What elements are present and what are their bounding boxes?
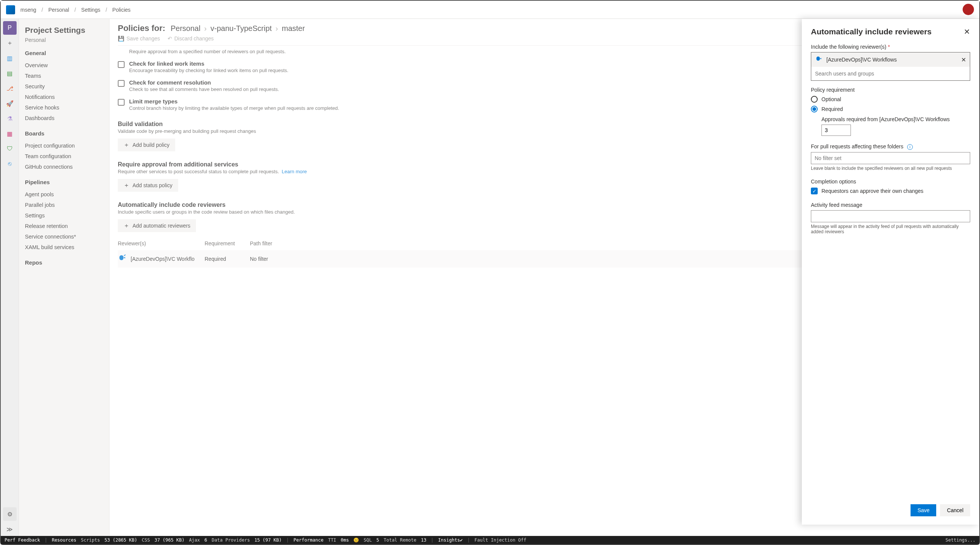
status-policy-sub: Require other services to post successfu… <box>118 169 279 174</box>
path-repo[interactable]: v-panu-TypeScript <box>211 24 272 33</box>
chevron-right-icon: › <box>275 24 278 33</box>
status-performance[interactable]: Performance <box>293 537 323 543</box>
chip-remove-icon[interactable]: ✕ <box>961 56 966 64</box>
save-changes-button[interactable]: 💾Save changes <box>118 35 160 41</box>
crumb-page[interactable]: Policies <box>113 7 130 13</box>
folders-filter-input[interactable] <box>811 152 970 164</box>
sidebar-item-settings[interactable]: Settings <box>25 210 103 221</box>
sidebar-item-service-hooks[interactable]: Service hooks <box>25 102 103 113</box>
folders-helper: Leave blank to include the specified rev… <box>811 166 970 171</box>
status-insights[interactable]: Insights✔ <box>438 537 463 543</box>
panel-cancel-button[interactable]: Cancel <box>940 504 970 516</box>
folders-label: For pull requests affecting these folder… <box>811 143 904 149</box>
sidebar-item-overview[interactable]: Overview <box>25 60 103 71</box>
status-sql: 5 <box>376 537 379 543</box>
perf-status-bar: Perf Feedback | Resources Scripts 53 (28… <box>1 536 979 544</box>
learn-more-link[interactable]: Learn more <box>282 169 307 174</box>
path-branch[interactable]: master <box>282 24 305 33</box>
undo-icon: ↶ <box>168 35 172 41</box>
status-settings[interactable]: Settings... <box>946 537 975 543</box>
rail-testplans-icon[interactable]: ⚗ <box>3 112 17 125</box>
status-tr: 13 <box>421 537 426 543</box>
status-resources[interactable]: Resources <box>52 537 76 543</box>
sidebar-item-team-config[interactable]: Team configuration <box>25 151 103 162</box>
reviewer-search-input[interactable] <box>811 67 970 80</box>
sidebar-item-security[interactable]: Security <box>25 81 103 92</box>
status-tti-label: TTI <box>328 537 336 543</box>
sidebar-item-teams[interactable]: Teams <box>25 71 103 81</box>
azure-devops-logo-icon[interactable] <box>6 5 15 14</box>
activity-feed-helper: Message will appear in the activity feed… <box>811 224 970 234</box>
sidebar-title: Project Settings <box>25 25 103 35</box>
radio-optional[interactable]: Optional <box>811 96 970 103</box>
sidebar-group-pipelines: Pipelines <box>25 179 103 185</box>
add-build-policy-button[interactable]: ＋Add build policy <box>118 138 175 151</box>
col-requirement: Requirement <box>205 240 250 246</box>
rail-add-icon[interactable]: ＋ <box>3 36 17 50</box>
discard-changes-button[interactable]: ↶Discard changes <box>168 35 214 41</box>
panel-save-button[interactable]: Save <box>910 504 936 516</box>
sidebar-item-github[interactable]: GitHub connections <box>25 162 103 172</box>
required-asterisk: * <box>888 44 890 50</box>
row-reviewer-name: [AzureDevOps]\VC Workflo <box>130 256 194 262</box>
rail-project-icon[interactable]: P <box>3 21 17 35</box>
activity-feed-input[interactable] <box>811 210 970 222</box>
reviewer-chip: [AzureDevOps]\VC Workflows ✕ <box>811 52 970 67</box>
rail-pipelines-icon[interactable]: 🚀 <box>3 97 17 110</box>
requestors-approve-checkbox[interactable]: ✓ Requestors can approve their own chang… <box>811 187 970 194</box>
add-automatic-reviewers-button[interactable]: ＋Add automatic reviewers <box>118 219 196 232</box>
panel-title: Automatically include reviewers <box>811 27 932 36</box>
rail-overview-icon[interactable]: ▥ <box>3 51 17 65</box>
check-linked-work-items-title: Check for linked work items <box>129 60 288 67</box>
add-status-policy-button[interactable]: ＋Add status policy <box>118 179 178 192</box>
crumb-section[interactable]: Settings <box>81 7 100 13</box>
check-limit-merge-title: Limit merge types <box>129 98 339 105</box>
reviewer-picker[interactable]: [AzureDevOps]\VC Workflows ✕ <box>811 52 970 81</box>
rail-repos-icon[interactable]: ⎇ <box>3 81 17 95</box>
rail-compliance-icon[interactable]: 🛡 <box>3 142 17 156</box>
crumb-project[interactable]: Personal <box>48 7 69 13</box>
perf-feedback[interactable]: Perf Feedback <box>5 537 40 543</box>
sidebar-item-xaml-build[interactable]: XAML build services <box>25 242 103 253</box>
auto-reviewers-panel: Automatically include reviewers ✕ Includ… <box>802 19 979 524</box>
radio-icon <box>811 96 818 103</box>
status-tr-label: Total Remote <box>383 537 417 543</box>
crumb-org[interactable]: mseng <box>21 7 36 13</box>
sidebar-item-service-connections[interactable]: Service connections* <box>25 231 103 242</box>
team-group-icon <box>815 56 823 64</box>
status-fault-injection[interactable]: Fault Injection Off <box>474 537 526 543</box>
sidebar-item-project-config[interactable]: Project configuration <box>25 140 103 151</box>
sidebar-project-name[interactable]: Personal <box>25 37 103 43</box>
rail-boards-icon[interactable]: ▤ <box>3 67 17 80</box>
rail-extensions-icon[interactable]: ⎋ <box>3 157 17 171</box>
plus-icon: ＋ <box>123 223 129 229</box>
info-icon[interactable]: i <box>907 144 913 150</box>
save-icon: 💾 <box>118 35 124 41</box>
checkbox-linked-work-items[interactable] <box>118 61 124 68</box>
rail-settings-icon[interactable]: ⚙ <box>3 507 17 521</box>
sidebar-item-notifications[interactable]: Notifications <box>25 92 103 102</box>
plus-icon: ＋ <box>123 142 129 148</box>
rail-artifacts-icon[interactable]: ▦ <box>3 127 17 140</box>
checkbox-comment-resolution[interactable] <box>118 80 124 87</box>
row-requirement: Required <box>205 256 250 262</box>
rail-expand-icon[interactable]: ≫ <box>3 522 17 536</box>
sidebar-group-general: General <box>25 50 103 56</box>
checkbox-limit-merge[interactable] <box>118 99 124 106</box>
approvals-required-input[interactable] <box>821 124 851 136</box>
sidebar-item-dashboards[interactable]: Dashboards <box>25 113 103 124</box>
panel-close-icon[interactable]: ✕ <box>964 27 970 36</box>
path-project[interactable]: Personal <box>171 24 200 33</box>
breadcrumb-separator: / <box>74 7 76 13</box>
status-tti: 0ms <box>341 537 349 543</box>
user-avatar[interactable] <box>963 4 974 15</box>
sidebar-item-release-retention[interactable]: Release retention <box>25 221 103 231</box>
radio-required[interactable]: Required <box>811 106 970 113</box>
plus-icon: ＋ <box>123 182 129 188</box>
breadcrumb-separator: / <box>41 7 43 13</box>
sidebar-group-boards: Boards <box>25 130 103 137</box>
sidebar-item-parallel-jobs[interactable]: Parallel jobs <box>25 200 103 210</box>
status-scripts: 53 (2865 KB) <box>105 537 137 543</box>
radio-selected-icon <box>811 106 818 113</box>
sidebar-item-agent-pools[interactable]: Agent pools <box>25 189 103 200</box>
